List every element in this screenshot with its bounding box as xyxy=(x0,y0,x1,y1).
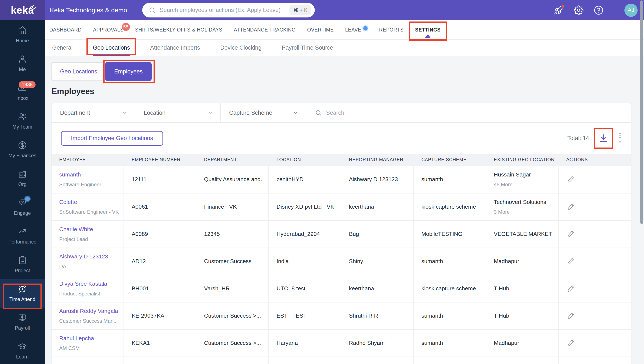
top-bar: keka Keka Technologies & demo ⌘ + K AJ xyxy=(0,0,644,20)
number-cell: KEKA1 xyxy=(124,330,196,356)
employee-name-link[interactable]: Aarushi Reddy Vangala xyxy=(59,308,119,314)
sidebar-item-me[interactable]: Me xyxy=(0,49,45,78)
department-cell: Quality Assurance and... xyxy=(196,166,269,193)
engage-status-dot xyxy=(25,196,30,201)
geo-more-label[interactable]: 3 More xyxy=(494,209,554,215)
payroll-icon xyxy=(18,313,27,322)
employee-name-link[interactable]: sumanth xyxy=(59,171,119,178)
import-employee-geo-locations-button[interactable]: Import Employee Geo Locations xyxy=(61,131,163,146)
tab-attendance-tracking[interactable]: ATTENDANCE TRACKING xyxy=(234,20,296,40)
sidebar-item-org[interactable]: Org xyxy=(0,164,45,193)
finances-icon xyxy=(18,141,27,150)
sidebar-item-engage[interactable]: Engage xyxy=(0,193,45,222)
employee-cell: Divya Sree KastalaProduct Specialist xyxy=(52,275,124,302)
logo-spark-icon xyxy=(28,3,37,10)
toggle-employees[interactable]: Employees xyxy=(105,62,152,81)
tab-dashboard[interactable]: DASHBOARD xyxy=(50,20,82,40)
employee-title: Project Lead xyxy=(59,236,119,242)
content-area: Geo Locations Employees Employees Depart… xyxy=(45,56,644,364)
manager-cell: keerthana xyxy=(341,275,414,302)
geo-more-label[interactable]: 45 More xyxy=(494,182,554,188)
avatar[interactable]: AJ xyxy=(624,4,637,17)
employee-name-link[interactable]: Charlie White xyxy=(59,226,119,233)
download-button[interactable] xyxy=(598,133,609,144)
search-input[interactable] xyxy=(160,7,289,14)
subtab-attendance-imports[interactable]: Attendance Imports xyxy=(150,40,200,56)
edit-button[interactable] xyxy=(566,284,576,293)
capture-scheme-cell: sumanth xyxy=(414,248,486,275)
capture-scheme-filter[interactable]: Capture Scheme xyxy=(221,103,306,122)
sidebar-item-performance[interactable]: Performance xyxy=(0,222,45,250)
table-search-input[interactable] xyxy=(326,110,631,116)
announcements-button[interactable] xyxy=(554,5,563,15)
subtab-device-clocking[interactable]: Device Clocking xyxy=(220,40,262,56)
employee-name-link[interactable]: Divya Sree Kastala xyxy=(59,280,119,287)
location-cell: Hyderabad_2904 xyxy=(269,221,341,248)
table-row: sumanthSoftware Engineer12111Quality Ass… xyxy=(52,166,631,193)
edit-button[interactable] xyxy=(566,311,576,320)
tab-settings[interactable]: SETTINGS xyxy=(415,20,441,40)
employee-name-link[interactable]: Colette xyxy=(59,199,119,206)
sidebar-item-my-finances[interactable]: My Finances xyxy=(0,135,45,164)
table-row: Aishwary D 123123DAAD12Customer SuccessI… xyxy=(52,248,631,275)
actions-cell xyxy=(559,275,631,302)
search-icon xyxy=(315,110,322,116)
geo-location-cell: Hussain Sagar45 More xyxy=(486,166,559,193)
edit-button[interactable] xyxy=(566,338,576,348)
gear-icon xyxy=(574,5,583,15)
tab-reports[interactable]: REPORTS xyxy=(379,20,404,40)
sidebar-item-home[interactable]: Home xyxy=(0,20,45,49)
edit-button[interactable] xyxy=(566,202,576,212)
edit-button[interactable] xyxy=(566,230,576,239)
manager-cell: Bug xyxy=(341,221,414,248)
more-options-button[interactable] xyxy=(617,132,622,144)
tab-approvals[interactable]: APPROVALS55 xyxy=(93,20,124,40)
pencil-icon xyxy=(567,339,575,347)
sidebar-item-time-attend[interactable]: Time Attend xyxy=(0,279,45,308)
page-scrollbar[interactable] xyxy=(640,0,643,224)
col-capture-scheme: CAPTURE SCHEME xyxy=(414,157,486,162)
capture-scheme-cell: sumanth xyxy=(414,302,486,329)
edit-button[interactable] xyxy=(566,175,576,184)
sidebar-item-learn[interactable]: Learn xyxy=(0,336,45,364)
employee-name-link[interactable]: Aishwary D 123123 xyxy=(59,253,119,260)
edit-button[interactable] xyxy=(566,257,576,266)
pencil-icon xyxy=(567,175,575,183)
actions-cell xyxy=(559,248,631,275)
keka-logo[interactable]: keka xyxy=(0,0,45,20)
sidebar-item-inbox[interactable]: 1938 Inbox xyxy=(0,78,45,106)
tab-shifts-weekly-offs-holidays[interactable]: SHIFTS/WEEKLY OFFS & HOLIDAYS xyxy=(135,20,222,40)
manager-cell: Radhe Shyam xyxy=(341,330,414,356)
pencil-icon xyxy=(567,202,575,210)
table-search[interactable] xyxy=(306,103,631,122)
manager-cell: Shiny xyxy=(341,248,414,275)
subtab-general[interactable]: General xyxy=(52,40,73,56)
help-button[interactable] xyxy=(594,5,603,15)
sidebar-item-project[interactable]: Project xyxy=(0,250,45,279)
manager-cell: Aishwary D 123123 xyxy=(341,166,414,193)
sidebar-item-my-team[interactable]: My Team xyxy=(0,106,45,135)
subtab-geo-locations[interactable]: Geo Locations xyxy=(93,40,130,56)
global-search[interactable]: ⌘ + K xyxy=(142,3,315,18)
col-location: LOCATION xyxy=(269,157,341,162)
number-cell: KE-29037KA xyxy=(124,302,196,329)
tab-leave[interactable]: LEAVE xyxy=(345,20,368,40)
actions-cell xyxy=(559,166,631,193)
employee-cell: Charlie WhiteProject Lead xyxy=(52,221,124,248)
table-body: sumanthSoftware Engineer12111Quality Ass… xyxy=(52,166,631,356)
subtab-payroll-time-source[interactable]: Payroll Time Source xyxy=(282,40,333,56)
search-icon xyxy=(149,6,156,14)
settings-button[interactable] xyxy=(574,5,583,15)
sidebar-item-payroll[interactable]: Payroll xyxy=(0,308,45,336)
toggle-geo-locations[interactable]: Geo Locations xyxy=(51,62,106,81)
col-existing-geo-location: EXISTING GEO LOCATION xyxy=(486,157,559,162)
table-row: Aarushi Reddy VangalaCustomer Success Ma… xyxy=(52,302,631,329)
number-cell: 12111 xyxy=(124,166,196,193)
tab-overtime[interactable]: OVERTIME xyxy=(307,20,334,40)
geo-location-cell: Madhapur xyxy=(486,248,559,275)
actions-cell xyxy=(559,330,631,356)
employee-name-link[interactable]: Rahul Lepcha xyxy=(59,335,119,342)
location-filter[interactable]: Location xyxy=(135,103,221,122)
performance-icon xyxy=(18,227,27,236)
department-filter[interactable]: Department xyxy=(52,103,135,122)
